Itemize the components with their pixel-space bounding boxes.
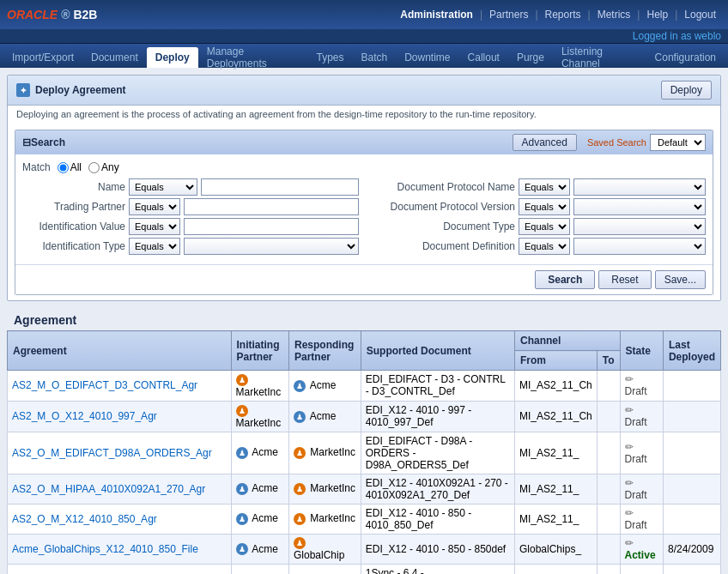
- doc-definition-value[interactable]: [573, 238, 706, 255]
- col-responding-partner: RespondingPartner: [288, 331, 361, 371]
- search-button[interactable]: Search: [535, 270, 595, 289]
- resp-partner-name: Acme: [310, 410, 337, 422]
- nav-administration[interactable]: Administration: [395, 7, 478, 22]
- trading-partner-operator[interactable]: Equals: [129, 198, 180, 215]
- init-partner-icon: ♟: [236, 405, 248, 417]
- doc-type-value[interactable]: [573, 218, 706, 235]
- edit-icon[interactable]: ✏: [625, 507, 634, 519]
- main-content: ✦ Deploy Agreement Deploy Deploying an a…: [0, 68, 728, 574]
- edit-icon[interactable]: ✏: [625, 537, 634, 549]
- search-header: ⊟Search Advanced Saved Search Default: [15, 130, 713, 154]
- initiating-partner-cell: ♟ Acme: [231, 432, 288, 474]
- match-any-option: Any: [88, 161, 119, 173]
- state-cell: ✏ Draft: [620, 504, 663, 534]
- resp-partner-name: Acme: [310, 379, 337, 391]
- edit-icon[interactable]: ✏: [625, 373, 634, 385]
- channel-to-cell: [597, 534, 620, 565]
- agreement-name-cell: AS2_O_M_HIPAA_4010X092A1_270_Agr: [8, 474, 232, 504]
- supported-document-cell: EDI_X12 - 4010 - 997 - 4010_997_Def: [361, 401, 514, 432]
- match-label: Match: [22, 161, 51, 173]
- match-radio-group: All Any: [58, 161, 119, 173]
- tab-import-export[interactable]: Import/Export: [3, 47, 82, 68]
- edit-icon[interactable]: ✏: [625, 404, 634, 416]
- nav-reports[interactable]: Reports: [540, 7, 586, 22]
- tab-callout[interactable]: Callout: [459, 47, 508, 68]
- identification-type-value[interactable]: [184, 238, 359, 255]
- table-row: AS2_O_M_HIPAA_4010X092A1_270_Agr ♟ Acme …: [8, 474, 721, 504]
- agreement-link[interactable]: Acme_GlobalChips_X12_4010_850_File: [12, 543, 198, 555]
- init-partner-name: Acme: [252, 446, 278, 458]
- tab-configuration[interactable]: Configuration: [646, 47, 725, 68]
- channel-from-cell: MI_AS2_11_: [515, 504, 598, 534]
- tab-listening-channel[interactable]: Listening Channel: [553, 47, 646, 68]
- trading-partner-input[interactable]: [184, 198, 359, 215]
- channel-from-cell: MI_AS2_11_Ch: [515, 371, 598, 402]
- main-tabs: Import/Export Document Deploy Manage Dep…: [0, 44, 728, 68]
- edit-icon[interactable]: ✏: [625, 477, 634, 489]
- logo: ORACLE ® B2B: [7, 8, 97, 21]
- doc-type-row: Document Type Equals: [369, 218, 706, 235]
- oracle-logo-text: ORACLE: [7, 8, 58, 21]
- name-input[interactable]: [201, 178, 359, 196]
- doc-protocol-name-operator[interactable]: Equals: [519, 178, 570, 196]
- nav-logout[interactable]: Logout: [679, 7, 721, 22]
- match-any-radio[interactable]: [88, 162, 100, 173]
- b2b-logo-text: B2B: [73, 8, 97, 21]
- last-deployed-cell: [663, 371, 720, 402]
- match-all-radio[interactable]: [58, 162, 69, 173]
- state-value: Draft: [625, 453, 647, 465]
- top-navigation: Administration | Partners | Reports | Me…: [395, 7, 721, 22]
- responding-partner-cell: ♟ Acme: [288, 371, 361, 402]
- nav-metrics[interactable]: Metrics: [592, 7, 636, 22]
- identification-type-operator[interactable]: Equals: [129, 238, 180, 255]
- tab-document[interactable]: Document: [82, 47, 147, 68]
- agreement-link[interactable]: AS2_M_O_EDIFACT_D3_CONTRL_Agr: [12, 379, 197, 391]
- nav-help[interactable]: Help: [641, 7, 673, 22]
- saved-search-select[interactable]: Default: [650, 134, 706, 151]
- nav-partners[interactable]: Partners: [484, 7, 533, 22]
- panel-icon: ✦: [16, 83, 30, 97]
- initiating-partner-cell: ♟ Acme: [231, 474, 288, 504]
- name-operator[interactable]: EqualsLikeStarts With: [129, 178, 197, 196]
- doc-protocol-version-value[interactable]: [573, 198, 706, 215]
- edit-icon[interactable]: ✏: [625, 441, 634, 453]
- agreement-link[interactable]: AS2_M_O_X12_4010_997_Agr: [12, 410, 157, 422]
- init-partner-name: Acme: [252, 512, 278, 524]
- doc-protocol-name-value[interactable]: [573, 178, 706, 196]
- save-button[interactable]: Save...: [655, 270, 706, 289]
- tab-deploy[interactable]: Deploy: [147, 47, 198, 68]
- agreement-name-cell: AS2_M_O_X12_4010_997_Agr: [8, 401, 232, 432]
- identification-value-operator[interactable]: Equals: [129, 218, 180, 235]
- agreement-link[interactable]: AS2_O_M_EDIFACT_D98A_ORDERS_Agr: [12, 447, 212, 459]
- reset-button[interactable]: Reset: [598, 270, 651, 289]
- tab-downtime[interactable]: Downtime: [396, 47, 458, 68]
- tab-batch[interactable]: Batch: [353, 47, 397, 68]
- agreement-link[interactable]: AS2_O_M_X12_4010_850_Agr: [12, 513, 157, 525]
- search-title[interactable]: ⊟Search: [22, 136, 65, 148]
- init-partner-icon: ♟: [236, 374, 248, 386]
- tab-manage-deployments[interactable]: Manage Deployments: [198, 47, 308, 68]
- doc-protocol-version-operator[interactable]: Equals: [519, 198, 570, 215]
- tab-types[interactable]: Types: [307, 47, 352, 68]
- last-deployed-cell: [663, 401, 720, 432]
- table-row: FILE_M_O_X12_64_catalogueResponse_Agr ♟ …: [8, 565, 721, 574]
- state-value: Draft: [625, 385, 647, 397]
- responding-partner-cell: ♟ Acme: [288, 565, 361, 574]
- tab-purge[interactable]: Purge: [508, 47, 553, 68]
- init-partner-icon: ♟: [236, 513, 248, 525]
- deploy-button[interactable]: Deploy: [661, 81, 712, 100]
- resp-partner-icon: ♟: [294, 537, 306, 549]
- advanced-button[interactable]: Advanced: [513, 134, 577, 151]
- resp-partner-name: MarketInc: [310, 512, 355, 524]
- identification-value-row: Identification Value Equals: [22, 218, 359, 235]
- channel-from-cell: MI_AS2_11_Ch: [515, 401, 598, 432]
- doc-type-operator[interactable]: Equals: [519, 218, 570, 235]
- table-row: AS2_O_M_X12_4010_850_Agr ♟ Acme ♟ Market…: [8, 504, 721, 534]
- supported-document-cell: 1Sync - 6.4 - catalogueResponse - catalo…: [361, 565, 514, 574]
- agreement-table-container: Agreement InitiatingPartner RespondingPa…: [7, 330, 721, 574]
- agreement-link[interactable]: AS2_O_M_HIPAA_4010X092A1_270_Agr: [12, 483, 205, 495]
- doc-definition-row: Document Definition Equals: [369, 238, 706, 255]
- name-row: Name EqualsLikeStarts With: [22, 178, 359, 196]
- identification-value-input[interactable]: [184, 218, 359, 235]
- doc-definition-operator[interactable]: Equals: [519, 238, 570, 255]
